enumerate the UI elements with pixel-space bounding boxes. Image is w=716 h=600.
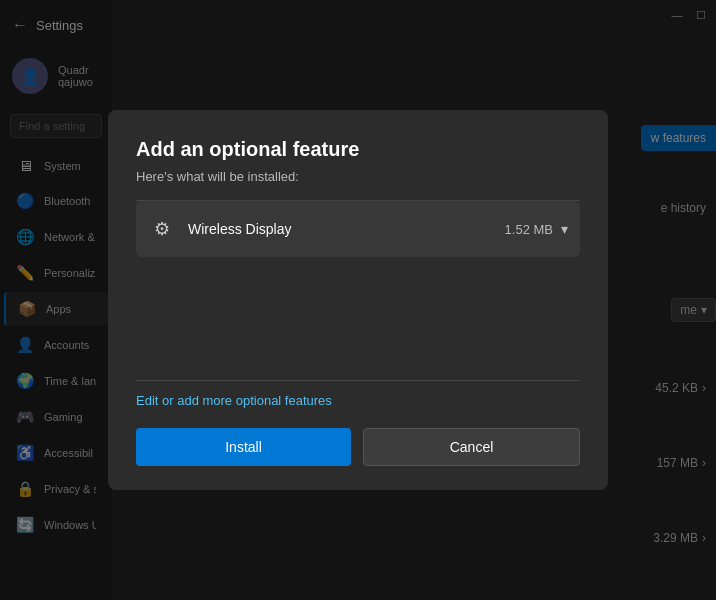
dialog-spacer [136, 269, 580, 380]
feature-list-item[interactable]: ⚙ Wireless Display 1.52 MB ▾ [136, 201, 580, 257]
dialog-actions: Install Cancel [136, 428, 580, 466]
cancel-button[interactable]: Cancel [363, 428, 580, 466]
install-button[interactable]: Install [136, 428, 351, 466]
edit-features-link[interactable]: Edit or add more optional features [136, 393, 580, 408]
dialog-subtitle: Here's what will be installed: [136, 169, 580, 184]
dialog-title: Add an optional feature [136, 138, 580, 161]
gear-icon: ⚙ [154, 218, 170, 240]
feature-size: 1.52 MB [505, 222, 553, 237]
feature-name: Wireless Display [188, 221, 505, 237]
chevron-down-icon: ▾ [561, 221, 568, 237]
add-feature-dialog: Add an optional feature Here's what will… [108, 110, 608, 490]
feature-icon: ⚙ [148, 215, 176, 243]
bottom-divider [136, 380, 580, 381]
dialog-overlay: Add an optional feature Here's what will… [0, 0, 716, 600]
